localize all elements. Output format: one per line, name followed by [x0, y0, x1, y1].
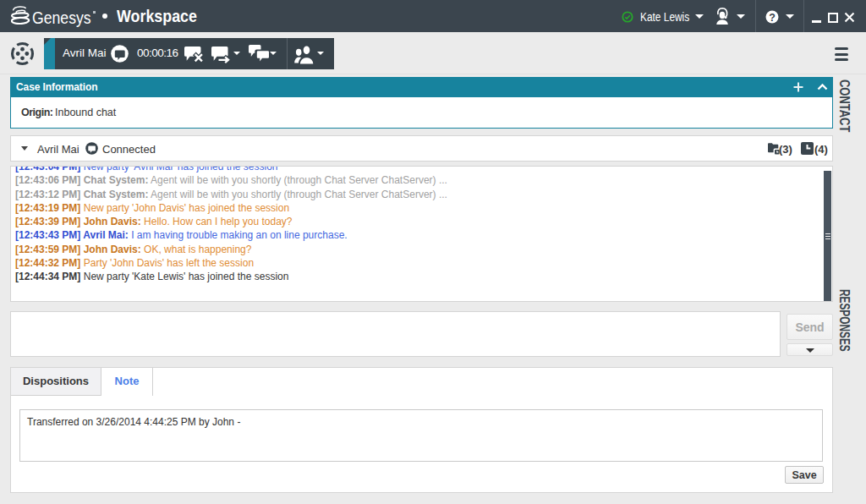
svg-text:?: ? — [769, 12, 776, 24]
